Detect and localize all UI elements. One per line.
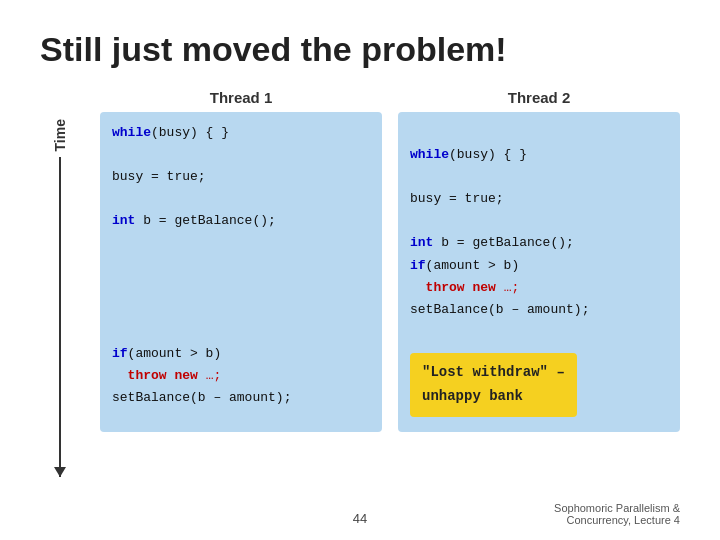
time-axis: Time [40,119,80,477]
t2-line-5: throw new …; [410,277,668,299]
t1-line-blank2 [112,188,370,210]
thread1-column: Thread 1 while(busy) { } busy = true; in… [100,89,382,477]
time-arrow [59,157,61,477]
t2-line-1: while(busy) { } [410,144,668,166]
t1-line-2: busy = true; [112,166,370,188]
t1-line-blank5 [112,277,370,299]
slide-title: Still just moved the problem! [40,30,680,69]
t1-line-4: if(amount > b) [112,343,370,365]
threads-area: Thread 1 while(busy) { } busy = true; in… [100,89,680,477]
thread2-box: while(busy) { } busy = true; int b = get… [398,112,680,432]
thread1-header: Thread 1 [100,89,382,106]
thread2-header: Thread 2 [398,89,680,106]
t1-line-blank7 [112,321,370,343]
thread2-column: Thread 2 while(busy) { } busy = true; in… [398,89,680,477]
t1-line-1: while(busy) { } [112,122,370,144]
t1-line-blank3 [112,232,370,254]
t1-line-blank1 [112,144,370,166]
t1-line-3: int b = getBalance(); [112,210,370,232]
lost-withdraw-callout: "Lost withdraw" –unhappy bank [410,353,577,417]
t2-line-4: if(amount > b) [410,255,668,277]
t2-line-6: setBalance(b – amount); [410,299,668,321]
footer: Sophomoric Parallelism &Concurrency, Lec… [554,502,680,526]
thread1-box: while(busy) { } busy = true; int b = get… [100,112,382,432]
t1-line-blank4 [112,255,370,277]
t1-line-blank6 [112,299,370,321]
t1-line-5: throw new …; [112,365,370,387]
t2-line-blank3 [410,210,668,232]
t2-line-blank2 [410,166,668,188]
t1-line-6: setBalance(b – amount); [112,387,370,409]
slide: Still just moved the problem! Time Threa… [0,0,720,540]
t2-line-blank1 [410,122,668,144]
footer-text: Sophomoric Parallelism &Concurrency, Lec… [554,502,680,526]
t2-line-blank4 [410,321,668,343]
content-area: Time Thread 1 while(busy) { } busy = tru… [40,89,680,477]
time-label: Time [52,119,68,151]
t2-line-2: busy = true; [410,188,668,210]
page-number: 44 [353,511,367,526]
t2-line-3: int b = getBalance(); [410,232,668,254]
